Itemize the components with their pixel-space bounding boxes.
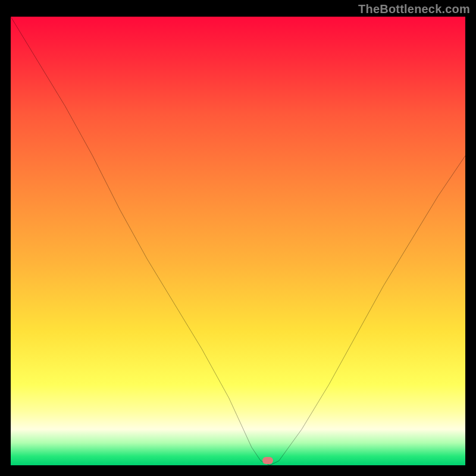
- bottleneck-curve: [11, 17, 465, 465]
- plot-area: [11, 17, 465, 465]
- watermark-text: TheBottleneck.com: [358, 2, 470, 16]
- optimal-point-marker: [262, 457, 273, 464]
